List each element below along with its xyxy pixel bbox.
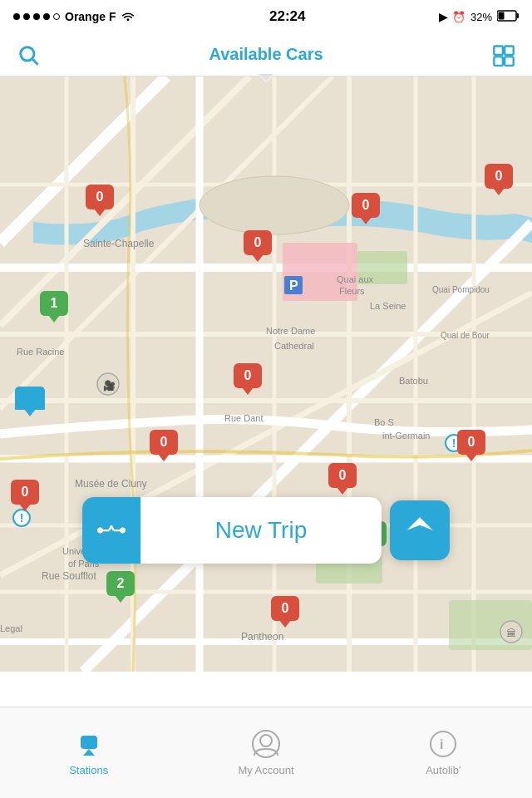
page-title: Available Cars xyxy=(209,45,323,64)
battery-icon xyxy=(497,10,519,24)
svg-point-62 xyxy=(97,528,102,533)
svg-text:P: P xyxy=(289,278,298,293)
svg-text:Bo S: Bo S xyxy=(374,417,394,427)
nav-stations[interactable]: Stations xyxy=(0,707,177,798)
map-pin[interactable]: 0 xyxy=(328,463,357,488)
dot3 xyxy=(33,13,40,20)
svg-text:Rue Dant: Rue Dant xyxy=(224,413,263,423)
svg-point-30 xyxy=(200,176,349,234)
svg-point-63 xyxy=(120,528,125,533)
svg-text:Sainte-Chapelle: Sainte-Chapelle xyxy=(83,238,155,249)
dot2 xyxy=(23,13,30,20)
new-trip-icon xyxy=(82,497,140,564)
nav-autolib[interactable]: i Autolib' xyxy=(355,707,532,798)
location-button[interactable] xyxy=(390,500,450,560)
status-left: Orange F xyxy=(13,9,135,24)
carrier-label: Orange F xyxy=(65,10,116,23)
svg-text:Fleurs: Fleurs xyxy=(339,286,365,296)
new-trip-button[interactable]: New Trip xyxy=(82,497,382,564)
svg-text:Rue Soufflot: Rue Soufflot xyxy=(42,570,96,582)
map-pin[interactable]: 0 xyxy=(150,430,178,455)
svg-text:🏛: 🏛 xyxy=(506,628,516,639)
svg-text:Pantheon: Pantheon xyxy=(241,631,283,643)
svg-rect-8 xyxy=(505,57,514,66)
signal-dots xyxy=(13,13,60,20)
nav-autolib-label: Autolib' xyxy=(426,764,461,776)
map-view-button[interactable] xyxy=(489,40,519,70)
map-pin[interactable]: 0 xyxy=(244,230,272,255)
new-trip-label: New Trip xyxy=(140,517,382,544)
map-pin[interactable]: 1 xyxy=(40,291,68,316)
svg-line-4 xyxy=(32,59,37,64)
search-button[interactable] xyxy=(13,40,43,70)
svg-text:🎥: 🎥 xyxy=(103,379,116,392)
svg-text:Rue Racine: Rue Racine xyxy=(17,347,64,357)
svg-text:Batobu: Batobu xyxy=(399,376,428,386)
svg-text:Legal: Legal xyxy=(0,623,22,633)
nav-my-account-label: My Account xyxy=(238,764,293,776)
svg-text:Quai de Bour: Quai de Bour xyxy=(441,331,490,340)
map-pin[interactable]: 0 xyxy=(485,164,513,189)
svg-text:int-Germain: int-Germain xyxy=(382,431,430,441)
nav-stations-label: Stations xyxy=(69,764,108,776)
location-icon: ▶ xyxy=(439,11,447,23)
map-pin[interactable]: 0 xyxy=(86,185,114,209)
status-bar: Orange F 22:24 ▶ ⏰ 32% xyxy=(0,0,532,33)
dot5 xyxy=(53,13,60,20)
svg-rect-68 xyxy=(81,736,97,749)
dot4 xyxy=(43,13,50,20)
status-right: ▶ ⏰ 32% xyxy=(439,10,519,24)
map-area: Rue Racine Rue Soufflot Notre Dame Cathe… xyxy=(0,76,532,672)
svg-text:Musée de Cluny: Musée de Cluny xyxy=(75,478,147,490)
svg-line-67 xyxy=(111,526,114,530)
dot1 xyxy=(13,13,20,20)
svg-rect-5 xyxy=(494,46,503,55)
app-header: Available Cars xyxy=(0,33,532,76)
time-display: 22:24 xyxy=(269,8,305,25)
svg-text:La Seine: La Seine xyxy=(370,301,406,311)
svg-point-70 xyxy=(260,735,272,746)
map-pin-blue[interactable] xyxy=(15,387,45,410)
svg-text:Cathedral: Cathedral xyxy=(274,341,314,351)
alarm-icon: ⏰ xyxy=(452,11,466,23)
battery-percent: 32% xyxy=(470,11,492,23)
bottom-navigation: Stations My Account i Autolib' xyxy=(0,707,532,798)
svg-rect-7 xyxy=(494,57,503,66)
svg-text:Quai aux: Quai aux xyxy=(337,274,374,284)
svg-text:Quai Pompidou: Quai Pompidou xyxy=(432,285,490,294)
action-bar: New Trip xyxy=(0,497,532,564)
nav-my-account[interactable]: My Account xyxy=(177,707,354,798)
map-pin[interactable]: 0 xyxy=(234,363,262,388)
map-pin[interactable]: 0 xyxy=(457,430,485,455)
svg-text:Notre Dame: Notre Dame xyxy=(266,326,315,336)
svg-text:i: i xyxy=(440,737,443,751)
svg-rect-6 xyxy=(505,46,514,55)
map-pin[interactable]: 0 xyxy=(352,193,380,218)
svg-rect-2 xyxy=(498,12,504,19)
svg-point-3 xyxy=(21,47,34,60)
svg-marker-69 xyxy=(83,749,95,756)
map-pin[interactable]: 0 xyxy=(271,596,299,621)
svg-rect-1 xyxy=(516,13,519,18)
wifi-icon xyxy=(121,9,135,24)
map-pin[interactable]: 2 xyxy=(106,571,135,596)
header-caret xyxy=(259,76,273,82)
